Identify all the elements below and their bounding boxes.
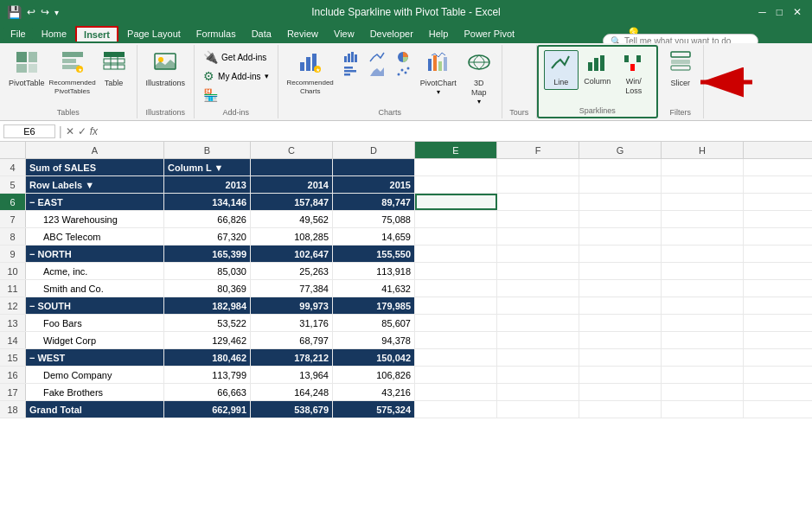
- cell-c16[interactable]: 13,964: [251, 367, 333, 383]
- cell-f6[interactable]: [497, 194, 579, 210]
- cell-b10[interactable]: 85,030: [164, 263, 251, 279]
- col-header-g[interactable]: G: [579, 142, 662, 158]
- cell-h5[interactable]: [662, 176, 744, 193]
- cell-f16[interactable]: [497, 367, 579, 383]
- cell-d12[interactable]: 179,985: [333, 297, 415, 314]
- cell-g13[interactable]: [579, 315, 662, 331]
- cell-a9[interactable]: − NORTH: [26, 246, 164, 262]
- cell-h17[interactable]: [662, 384, 744, 400]
- cell-reference-input[interactable]: E6: [3, 124, 55, 138]
- cell-d9[interactable]: 155,550: [333, 246, 415, 262]
- cell-b7[interactable]: 66,826: [164, 211, 251, 227]
- minimize-icon[interactable]: ─: [755, 6, 770, 18]
- cell-b17[interactable]: 66,663: [164, 384, 251, 400]
- cell-a13[interactable]: Foo Bars: [26, 315, 164, 331]
- cell-d11[interactable]: 41,632: [333, 280, 415, 297]
- menu-formulas[interactable]: Formulas: [189, 27, 243, 41]
- line-chart-button[interactable]: [365, 50, 389, 64]
- cell-f17[interactable]: [497, 384, 579, 400]
- window-controls[interactable]: ─ □ ✕: [755, 6, 805, 18]
- cell-b12[interactable]: 182,984: [164, 297, 251, 314]
- cell-d8[interactable]: 14,659: [333, 228, 415, 245]
- col-header-b[interactable]: B: [164, 142, 251, 158]
- pivot-chart-button[interactable]: PivotChart ▾: [417, 48, 460, 98]
- cell-h9[interactable]: [662, 246, 744, 262]
- cell-f12[interactable]: [497, 297, 579, 314]
- illustrations-button[interactable]: Illustrations: [143, 48, 189, 90]
- cell-e16[interactable]: [415, 367, 497, 383]
- cell-h12[interactable]: [662, 297, 744, 314]
- cell-e5[interactable]: [415, 176, 497, 193]
- cell-g12[interactable]: [579, 297, 662, 314]
- cell-g14[interactable]: [579, 332, 662, 348]
- cell-h18[interactable]: [662, 401, 744, 418]
- recommended-charts-button[interactable]: ★ RecommendedCharts: [284, 48, 337, 97]
- recommended-pivot-button[interactable]: ★ RecommendedPivotTables: [50, 48, 95, 97]
- cell-g9[interactable]: [579, 246, 662, 262]
- win-loss-sparkline-button[interactable]: Win/Loss: [617, 50, 651, 98]
- cell-a7[interactable]: 123 Warehousing: [26, 211, 164, 227]
- col-header-e[interactable]: E: [415, 142, 497, 158]
- pivot-table-button[interactable]: PivotTable: [5, 48, 48, 90]
- cell-e4[interactable]: [415, 159, 497, 175]
- cell-g17[interactable]: [579, 384, 662, 400]
- cell-h15[interactable]: [662, 349, 744, 366]
- scatter-chart-button[interactable]: [391, 65, 415, 79]
- cell-f14[interactable]: [497, 332, 579, 348]
- menu-home[interactable]: Home: [35, 27, 74, 41]
- cell-a14[interactable]: Widget Corp: [26, 332, 164, 348]
- cell-b14[interactable]: 129,462: [164, 332, 251, 348]
- col-header-h[interactable]: H: [662, 142, 744, 158]
- cell-g18[interactable]: [579, 401, 662, 418]
- cell-e8[interactable]: [415, 228, 497, 245]
- cell-g6[interactable]: [579, 194, 662, 210]
- cell-d5[interactable]: 2015: [333, 176, 415, 193]
- cell-f5[interactable]: [497, 176, 579, 193]
- cell-d15[interactable]: 150,042: [333, 349, 415, 366]
- formula-input[interactable]: [101, 126, 809, 137]
- redo-icon[interactable]: ↪: [41, 6, 49, 18]
- column-sparkline-button[interactable]: Column: [580, 50, 615, 88]
- slicer-button[interactable]: Slicer: [663, 48, 698, 90]
- my-addins-button[interactable]: ⚙ My Add-ins ▾: [200, 67, 272, 85]
- cell-a4[interactable]: Sum of SALES: [26, 159, 164, 175]
- cell-c7[interactable]: 49,562: [251, 211, 333, 227]
- get-addins-button[interactable]: 🔌 Get Add-ins: [200, 48, 270, 66]
- menu-help[interactable]: Help: [422, 27, 456, 41]
- col-header-c[interactable]: C: [251, 142, 333, 158]
- cell-d7[interactable]: 75,088: [333, 211, 415, 227]
- quick-access-more-icon[interactable]: ▾: [54, 8, 59, 17]
- cell-d13[interactable]: 85,607: [333, 315, 415, 331]
- cell-d6[interactable]: 89,747: [333, 194, 415, 210]
- table-button[interactable]: Table: [97, 48, 131, 90]
- cell-a6[interactable]: − EAST: [26, 194, 164, 210]
- cell-d14[interactable]: 94,378: [333, 332, 415, 348]
- area-chart-button[interactable]: [365, 65, 389, 79]
- cell-d16[interactable]: 106,826: [333, 367, 415, 383]
- cell-b18[interactable]: 662,991: [164, 401, 251, 418]
- cell-e9[interactable]: [415, 246, 497, 262]
- cell-a17[interactable]: Fake Brothers: [26, 384, 164, 400]
- menu-insert[interactable]: Insert: [75, 26, 118, 41]
- cell-f15[interactable]: [497, 349, 579, 366]
- close-icon[interactable]: ✕: [790, 6, 805, 18]
- cell-f9[interactable]: [497, 246, 579, 262]
- cell-f10[interactable]: [497, 263, 579, 279]
- cell-b11[interactable]: 80,369: [164, 280, 251, 297]
- cell-f13[interactable]: [497, 315, 579, 331]
- cell-f11[interactable]: [497, 280, 579, 297]
- cell-h8[interactable]: [662, 228, 744, 245]
- cell-h13[interactable]: [662, 315, 744, 331]
- cell-b4[interactable]: Column L ▼: [164, 159, 251, 175]
- cell-b16[interactable]: 113,799: [164, 367, 251, 383]
- cell-e14[interactable]: [415, 332, 497, 348]
- cell-e12[interactable]: [415, 297, 497, 314]
- cell-b13[interactable]: 53,522: [164, 315, 251, 331]
- cancel-formula-icon[interactable]: ✕: [66, 125, 74, 137]
- cell-f8[interactable]: [497, 228, 579, 245]
- cell-g10[interactable]: [579, 263, 662, 279]
- cell-c8[interactable]: 108,285: [251, 228, 333, 245]
- menu-file[interactable]: File: [3, 27, 33, 41]
- menu-data[interactable]: Data: [245, 27, 278, 41]
- cell-h10[interactable]: [662, 263, 744, 279]
